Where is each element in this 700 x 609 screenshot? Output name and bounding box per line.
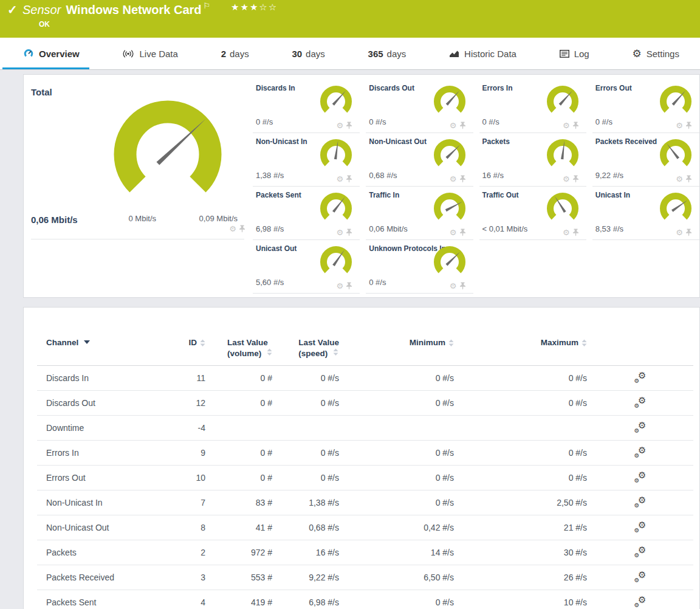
tab-30-days[interactable]: 30days: [289, 38, 327, 69]
gauges-panel: Total 0 Mbit/s 0,09 Mbit/s 0,06 Mbit/s ⚙…: [23, 74, 700, 298]
table-row[interactable]: Discards Out 12 0 # 0 #/s 0 #/s 0 #/s ⚙⚙: [37, 391, 693, 416]
gear-icon[interactable]: ⚙: [450, 175, 457, 183]
tab-2-days[interactable]: 2days: [219, 38, 252, 69]
table-row[interactable]: Downtime -4 ⚙⚙: [37, 416, 693, 441]
tab-365-days[interactable]: 365days: [366, 38, 409, 69]
channel-gauge[interactable]: [433, 192, 467, 226]
channel-gauge-cell: Packets Sent 6,98 #/s ⚙: [253, 187, 360, 240]
channel-last-value-volume: 0 #: [205, 391, 272, 415]
channel-gauge[interactable]: [546, 192, 580, 226]
channel-gauge[interactable]: [319, 192, 353, 226]
channel-gauge[interactable]: [319, 85, 353, 119]
gear-icon[interactable]: ⚙: [563, 122, 570, 129]
tab-historic-data[interactable]: Historic Data: [447, 38, 519, 69]
tab-overview[interactable]: Overview: [21, 38, 82, 69]
gear-icon[interactable]: ⚙: [563, 229, 570, 236]
table-row[interactable]: Discards In 11 0 # 0 #/s 0 #/s 0 #/s ⚙⚙: [37, 366, 693, 391]
table-row[interactable]: Errors In 9 0 # 0 #/s 0 #/s 0 #/s ⚙⚙: [37, 441, 693, 466]
table-row[interactable]: Non-Unicast Out 8 41 # 0,68 #/s 0,42 #/s…: [37, 515, 693, 540]
tab-settings[interactable]: ⚙Settings: [630, 38, 681, 69]
table-row[interactable]: Packets Sent 4 419 # 6,98 #/s 0 #/s 10 #…: [37, 590, 693, 609]
pin-icon[interactable]: [346, 229, 352, 236]
table-row[interactable]: Packets 2 972 # 16 #/s 14 #/s 30 #/s ⚙⚙: [37, 540, 693, 565]
pin-icon[interactable]: [572, 175, 579, 183]
channel-gauge-title: Errors In: [482, 84, 513, 92]
channel-gauge-cell: Unicast In 8,53 #/s ⚙: [592, 187, 699, 240]
tab-log[interactable]: Log: [557, 38, 592, 69]
channel-settings-icon[interactable]: ⚙⚙: [634, 546, 647, 559]
channel-gauge[interactable]: [319, 139, 353, 173]
pin-icon[interactable]: [459, 229, 466, 236]
channel-settings-icon[interactable]: ⚙⚙: [634, 497, 647, 509]
column-header-maximum[interactable]: Maximum: [454, 338, 587, 358]
channel-last-value-volume: 972 #: [205, 540, 272, 565]
gear-icon[interactable]: ⚙: [676, 122, 683, 129]
pin-icon[interactable]: [459, 175, 466, 183]
channel-maximum: 10 #/s: [454, 590, 587, 609]
gear-icon[interactable]: ⚙: [337, 229, 344, 236]
channel-gauge[interactable]: [433, 139, 467, 173]
channel-settings-icon[interactable]: ⚙⚙: [634, 422, 647, 434]
pin-icon[interactable]: [346, 282, 352, 290]
gear-icon[interactable]: ⚙: [563, 175, 570, 183]
table-row[interactable]: Non-Unicast In 7 83 # 1,38 #/s 0 #/s 2,5…: [37, 490, 693, 515]
total-gauge[interactable]: [110, 98, 225, 214]
gear-icon[interactable]: ⚙: [450, 122, 457, 129]
channel-gauge-title: Unicast Out: [256, 244, 297, 253]
gear-icon[interactable]: ⚙: [676, 229, 683, 236]
pin-icon[interactable]: [685, 122, 692, 129]
pin-icon[interactable]: [239, 225, 245, 233]
channel-settings-icon[interactable]: ⚙⚙: [634, 596, 647, 608]
priority-stars[interactable]: ★★★☆☆: [231, 2, 278, 13]
channel-settings-icon[interactable]: ⚙⚙: [634, 521, 647, 534]
channel-last-value-speed: 0 #/s: [272, 466, 339, 490]
flag-icon[interactable]: ⚐: [204, 1, 211, 10]
pin-icon[interactable]: [685, 229, 692, 236]
channel-last-value-volume: 0 #: [205, 366, 272, 390]
column-header-minimum[interactable]: Minimum: [339, 338, 454, 358]
pin-icon[interactable]: [346, 122, 352, 129]
channel-gauge[interactable]: [659, 85, 693, 119]
channel-settings-icon[interactable]: ⚙⚙: [634, 447, 647, 459]
channel-gauge[interactable]: [546, 85, 580, 119]
channel-gauge-cell: Traffic Out < 0,01 Mbit/s ⚙: [479, 187, 586, 240]
channel-gauge[interactable]: [319, 246, 353, 280]
column-header-last-value-speed[interactable]: Last Value(speed): [272, 338, 339, 358]
table-row[interactable]: Packets Received 3 553 # 9,22 #/s 6,50 #…: [37, 565, 693, 590]
gear-icon[interactable]: ⚙: [337, 122, 344, 129]
gear-icon[interactable]: ⚙: [450, 229, 457, 236]
column-header-id[interactable]: ID: [159, 338, 205, 358]
gear-icon[interactable]: ⚙: [450, 282, 457, 290]
table-row[interactable]: Errors Out 10 0 # 0 #/s 0 #/s 0 #/s ⚙⚙: [37, 466, 693, 490]
tab-live-data[interactable]: Live Data: [120, 38, 180, 69]
channel-gauge[interactable]: [659, 192, 693, 226]
channel-settings-icon[interactable]: ⚙⚙: [634, 397, 647, 409]
channel-gauge-title: Discards In: [256, 84, 295, 92]
channel-gauge-cell: Discards In 0 #/s ⚙: [253, 80, 360, 133]
channel-gauge-value: 0 #/s: [369, 278, 386, 287]
channel-gauge[interactable]: [433, 246, 467, 280]
gear-icon[interactable]: ⚙: [229, 225, 236, 233]
channel-last-value-speed: 0 #/s: [272, 391, 339, 415]
gear-icon[interactable]: ⚙: [337, 175, 344, 183]
channel-settings-icon[interactable]: ⚙⚙: [634, 571, 647, 583]
pin-icon[interactable]: [572, 229, 579, 236]
pin-icon[interactable]: [346, 175, 352, 183]
column-header-channel[interactable]: Channel: [37, 338, 159, 358]
column-header-last-value-volume[interactable]: Last Value(volume): [205, 338, 272, 358]
pin-icon[interactable]: [572, 122, 579, 129]
channel-gauge[interactable]: [433, 85, 467, 119]
channel-gauge[interactable]: [546, 139, 580, 173]
channel-settings-icon[interactable]: ⚙⚙: [634, 372, 647, 384]
pin-icon[interactable]: [685, 175, 692, 183]
gear-icon[interactable]: ⚙: [676, 175, 683, 183]
channel-gauge-actions: ⚙: [676, 229, 692, 236]
pin-icon[interactable]: [459, 282, 466, 290]
channel-table-header: Channel ID Last Value(volume) Last Value…: [37, 334, 693, 366]
gear-icon[interactable]: ⚙: [337, 282, 344, 290]
channel-settings-icon[interactable]: ⚙⚙: [634, 472, 647, 484]
channel-last-value-speed: 0 #/s: [272, 441, 339, 465]
pin-icon[interactable]: [459, 122, 466, 129]
sensor-status-badge: OK: [39, 20, 50, 29]
channel-gauge[interactable]: [659, 139, 693, 173]
